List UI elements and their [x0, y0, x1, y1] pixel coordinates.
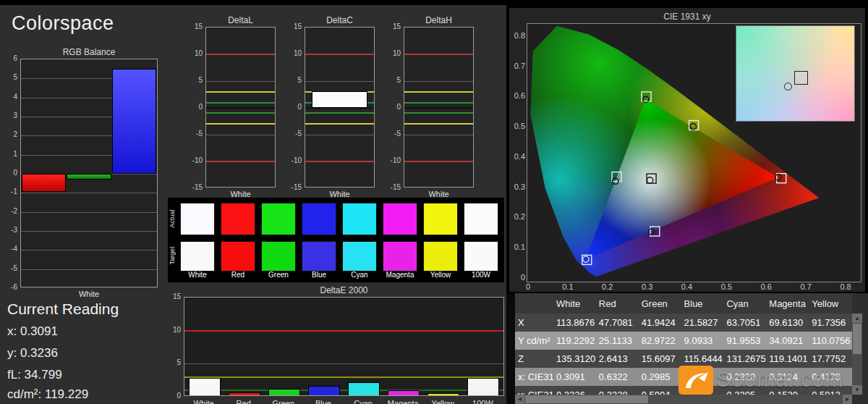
gridline	[206, 135, 275, 135]
y-tick-label: 15	[168, 293, 181, 300]
y-tick-label: -15	[187, 183, 203, 191]
category-label: Yellow	[423, 399, 463, 404]
table-cell: 91.7356	[809, 317, 852, 328]
horizontal-scroll-thumb[interactable]	[525, 395, 648, 403]
gridline	[206, 81, 275, 82]
color-swatch-panel: ActualTargetWhiteRedGreenBlueCyanMagenta…	[168, 198, 504, 282]
vertical-scroll-thumb[interactable]	[853, 324, 861, 354]
swatch-column-label: Blue	[299, 271, 339, 279]
swatch-column-label: Red	[218, 271, 258, 279]
reference-line	[206, 91, 275, 93]
cie-y-tick: 0.4	[510, 152, 525, 161]
cie-x-tick: 0	[519, 282, 537, 291]
table-cell: 0.2220	[724, 371, 767, 382]
cie-x-tick: 0.4	[678, 282, 696, 291]
x-axis-label: White	[20, 290, 158, 298]
table-cell: 110.0756	[809, 335, 852, 346]
reference-line	[305, 161, 374, 162]
chart-title: DeltaE 2000	[184, 285, 504, 295]
table-cell: 2.6413	[597, 353, 639, 364]
y-tick-label: 0	[168, 392, 181, 400]
row-label: Z	[515, 353, 554, 364]
swatch-column-label: Yellow	[420, 271, 461, 279]
table-grid: WhiteRedGreenBlueCyanMagentaYellowX113.8…	[515, 293, 852, 404]
row-label: Y cd/m²	[515, 335, 554, 346]
row-label: X	[515, 317, 554, 328]
colorspace-panel: Colorspace RGB Balance6543210-1-2-3-4-5-…	[0, 5, 506, 404]
y-tick-label: -10	[187, 156, 203, 164]
reference-line	[404, 112, 473, 114]
reference-line	[404, 102, 473, 104]
reference-line	[206, 54, 275, 55]
y-tick-label: 15	[187, 22, 203, 30]
current-reading-cdm2: cd/m²: 119.229	[7, 387, 88, 402]
table-row[interactable]: Z135.31202.641315.6097115.6444131.267511…	[515, 350, 852, 368]
y-tick-label: -5	[385, 130, 401, 138]
scroll-left-icon[interactable]: ◄	[515, 395, 524, 404]
plot-area	[404, 27, 474, 188]
y-tick-label: 15	[286, 22, 302, 30]
table-row[interactable]: x: CIE310.30910.63220.29850.14750.22200.…	[515, 368, 852, 386]
swatch-row-label: Actual	[169, 204, 176, 233]
plot-area	[205, 27, 276, 188]
y-tick-label: 10	[286, 49, 302, 57]
inset-target-marker	[794, 71, 808, 85]
cie-chart-title: CIE 1931 xy	[509, 12, 865, 22]
gridline	[404, 81, 473, 82]
reference-line	[305, 54, 374, 55]
bar	[388, 390, 420, 396]
y-tick-label: -4	[6, 245, 17, 253]
gridline	[21, 212, 157, 213]
cie-diagram	[527, 23, 861, 282]
y-tick-label: -15	[385, 183, 401, 191]
table-cell: 15.6097	[639, 353, 682, 364]
cie-y-tick: 0.5	[510, 122, 525, 130]
table-cell: 131.2675	[724, 353, 767, 364]
horizontal-scrollbar[interactable]: ◄ ►	[515, 395, 852, 404]
swatch-column-label: Cyan	[339, 271, 380, 279]
y-tick-label: 5	[168, 358, 181, 366]
current-reading-heading: Current Reading	[7, 300, 119, 318]
y-tick-label: 5	[385, 76, 401, 84]
cie-x-tick: 0.2	[599, 282, 616, 291]
cie-y-tick: 0.2	[510, 212, 525, 221]
scroll-down-icon[interactable]: ▼	[852, 385, 862, 395]
y-tick-label: 10	[187, 49, 203, 57]
reference-line	[206, 161, 275, 162]
actual-swatch-magenta	[383, 203, 417, 235]
table-cell: 25.1133	[597, 335, 639, 346]
chart-title: DeltaH	[404, 15, 474, 25]
bar	[308, 386, 340, 396]
scroll-up-icon[interactable]: ▲	[852, 313, 862, 323]
table-row[interactable]: X113.867647.708141.942421.582763.705169.…	[515, 313, 852, 332]
table-header-row: WhiteRedGreenBlueCyanMagentaYellow	[515, 293, 852, 313]
y-tick-label: -3	[6, 226, 17, 234]
vertical-scrollbar[interactable]: ▲ ▼	[852, 313, 862, 395]
reference-line	[184, 330, 503, 332]
table-row[interactable]: Y cd/m²119.229225.113382.97229.093391.95…	[515, 332, 852, 350]
y-tick-label: 2	[6, 130, 17, 138]
scroll-right-icon[interactable]: ►	[843, 395, 852, 404]
gridline	[21, 231, 157, 232]
y-tick-label: -1	[6, 188, 17, 195]
cie-y-tick: 0.6	[510, 91, 525, 100]
target-swatch-cyan	[342, 241, 377, 272]
cie-x-tick: 0.8	[837, 282, 854, 291]
table-cell: 0.4178	[809, 371, 852, 382]
inset-measured-marker	[784, 83, 792, 91]
gridline	[305, 135, 374, 135]
category-label: 100W	[463, 399, 503, 404]
gridline	[21, 269, 157, 270]
cie-x-tick: 0.3	[639, 282, 656, 291]
table-cell: 119.2292	[554, 335, 597, 346]
table-cell: 0.2985	[639, 371, 682, 382]
y-tick-label: -5	[6, 264, 17, 272]
bar	[348, 382, 380, 396]
rgb-balance-chart: RGB Balance6543210-1-2-3-4-5-6White	[6, 47, 165, 302]
swatch-column-label: 100W	[461, 271, 501, 279]
table-cell: 119.1401	[767, 353, 809, 364]
chart-title: DeltaC	[305, 15, 375, 25]
swatch-column-label: Green	[258, 271, 299, 279]
table-cell: 47.7081	[597, 317, 639, 328]
cie-y-tick: 0.7	[510, 62, 525, 70]
